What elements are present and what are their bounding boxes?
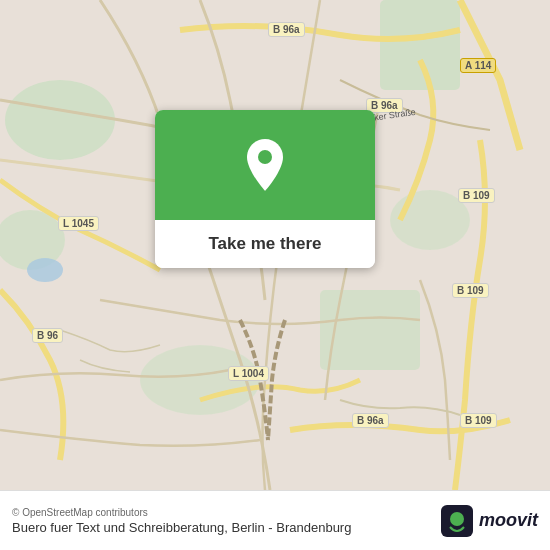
road-label-l1004: L 1004: [228, 366, 269, 381]
svg-point-7: [27, 258, 63, 282]
road-label-b96a-bot: B 96a: [352, 413, 389, 428]
location-popup: Take me there: [155, 110, 375, 268]
take-me-there-label: Take me there: [208, 234, 321, 254]
road-label-b109-bot: B 109: [460, 413, 497, 428]
moovit-logo: moovit: [441, 505, 538, 537]
location-name: Buero fuer Text und Schreibberatung, Ber…: [12, 520, 351, 535]
road-label-l1045: L 1045: [58, 216, 99, 231]
map-container: B 96a A 114 B 96a L 1045 B 109 B 109 B 9…: [0, 0, 550, 490]
road-label-b109-mid: B 109: [452, 283, 489, 298]
svg-point-10: [450, 512, 464, 526]
location-pin-icon: [243, 137, 287, 193]
take-me-there-button[interactable]: Take me there: [155, 220, 375, 268]
road-label-b109-top: B 109: [458, 188, 495, 203]
copyright-text: © OpenStreetMap contributors: [12, 507, 351, 518]
moovit-text: moovit: [479, 510, 538, 531]
svg-point-8: [258, 150, 272, 164]
bottom-info: © OpenStreetMap contributors Buero fuer …: [12, 507, 351, 535]
road-label-a114: A 114: [460, 58, 496, 73]
bottom-bar: © OpenStreetMap contributors Buero fuer …: [0, 490, 550, 550]
svg-point-1: [5, 80, 115, 160]
moovit-icon: [441, 505, 473, 537]
svg-rect-3: [380, 0, 460, 90]
road-label-b96: B 96: [32, 328, 63, 343]
popup-header: [155, 110, 375, 220]
road-label-b96a-top: B 96a: [268, 22, 305, 37]
